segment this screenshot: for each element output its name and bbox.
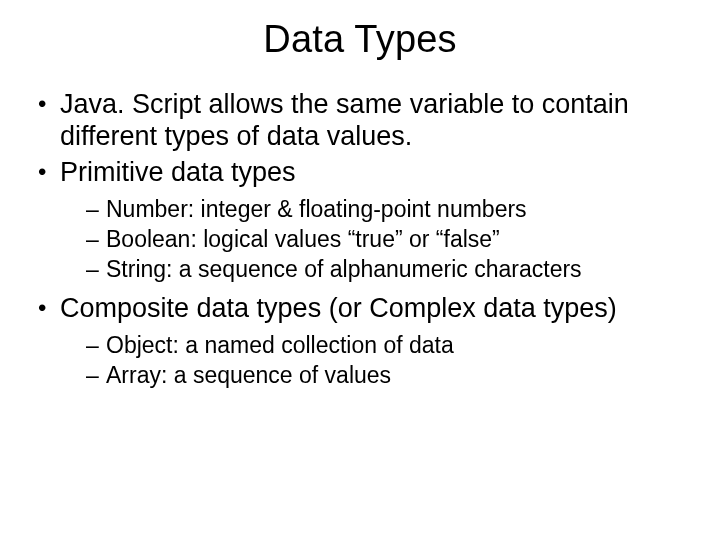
list-item: Java. Script allows the same variable to… bbox=[34, 89, 692, 153]
list-item: Primitive data types Number: integer & f… bbox=[34, 157, 692, 283]
bullet-text: Java. Script allows the same variable to… bbox=[60, 89, 629, 151]
slide: Data Types Java. Script allows the same … bbox=[0, 0, 720, 540]
sub-bullet-list: Number: integer & floating-point numbers… bbox=[60, 195, 692, 283]
sub-bullet-text: Object: a named collection of data bbox=[106, 332, 454, 358]
bullet-text: Primitive data types bbox=[60, 157, 296, 187]
list-item: Number: integer & floating-point numbers bbox=[84, 195, 692, 223]
bullet-text: Composite data types (or Complex data ty… bbox=[60, 293, 617, 323]
list-item: Composite data types (or Complex data ty… bbox=[34, 293, 692, 389]
slide-title: Data Types bbox=[28, 18, 692, 61]
sub-bullet-text: Boolean: logical values “true” or “false… bbox=[106, 226, 500, 252]
list-item: Array: a sequence of values bbox=[84, 361, 692, 389]
sub-bullet-list: Object: a named collection of data Array… bbox=[60, 331, 692, 389]
sub-bullet-text: Array: a sequence of values bbox=[106, 362, 391, 388]
sub-bullet-text: Number: integer & floating-point numbers bbox=[106, 196, 527, 222]
sub-bullet-text: String: a sequence of alphanumeric chara… bbox=[106, 256, 582, 282]
list-item: Boolean: logical values “true” or “false… bbox=[84, 225, 692, 253]
list-item: Object: a named collection of data bbox=[84, 331, 692, 359]
list-item: String: a sequence of alphanumeric chara… bbox=[84, 255, 692, 283]
bullet-list: Java. Script allows the same variable to… bbox=[28, 89, 692, 389]
